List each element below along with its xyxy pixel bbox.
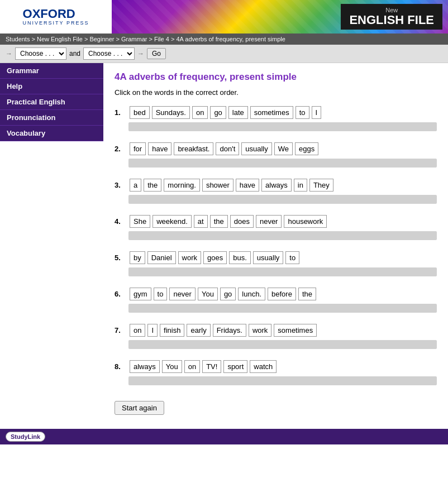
- word-btn-2-6[interactable]: We: [274, 142, 293, 155]
- word-btn-7-2[interactable]: I: [147, 324, 158, 337]
- word-btn-8-5[interactable]: sport: [223, 360, 247, 373]
- exercise-row-5: 5.byDanielworkgoesbus.usuallyto: [115, 250, 437, 265]
- oxford-logo: OXFORD UNIVERSITY PRESS: [23, 7, 89, 26]
- answer-line-4: [128, 231, 437, 240]
- word-btn-8-3[interactable]: on: [184, 360, 200, 373]
- word-btn-1-4[interactable]: go: [210, 106, 226, 119]
- sidebar-item-vocabulary[interactable]: Vocabulary: [0, 126, 103, 141]
- instruction-text: Click on the words in the correct order.: [115, 88, 437, 97]
- word-btn-1-7[interactable]: to: [296, 106, 309, 119]
- footer: StudyLink: [0, 429, 448, 444]
- main-layout: Grammar Help Practical English Pronuncia…: [0, 63, 448, 423]
- word-btn-2-2[interactable]: have: [148, 142, 171, 155]
- word-btn-7-7[interactable]: sometimes: [274, 324, 317, 337]
- answer-line-1: [128, 122, 437, 131]
- exercise-1: 1.bedSundays.ongolatesometimestoI: [115, 105, 437, 131]
- exercise-num-7: 7.: [115, 326, 128, 334]
- exercises-container: 1.bedSundays.ongolatesometimestoI2.forha…: [115, 105, 437, 385]
- word-btn-1-6[interactable]: sometimes: [250, 106, 293, 119]
- word-btn-3-1[interactable]: a: [130, 179, 141, 192]
- exercise-row-8: 8.alwaysYouonTV!sportwatch: [115, 359, 437, 374]
- nav-bar: → Choose . . . and Choose . . . → Go: [0, 45, 448, 63]
- exercise-7: 7.onIfinishearlyFridays.worksometimes: [115, 323, 437, 349]
- exercise-num-5: 5.: [115, 254, 128, 262]
- sidebar-item-practical-english[interactable]: Practical English: [0, 94, 103, 110]
- word-btn-4-6[interactable]: never: [256, 215, 282, 228]
- oxford-text: OXFORD: [23, 7, 89, 21]
- sidebar-item-pronunciation[interactable]: Pronunciation: [0, 110, 103, 126]
- word-btn-2-5[interactable]: usually: [241, 142, 271, 155]
- word-btn-5-3[interactable]: work: [178, 251, 201, 264]
- word-btn-5-5[interactable]: bus.: [229, 251, 251, 264]
- word-btn-6-6[interactable]: lunch.: [238, 288, 265, 300]
- nav-arrow-right: →: [137, 50, 144, 58]
- word-btn-7-6[interactable]: work: [249, 324, 271, 337]
- university-text: UNIVERSITY PRESS: [23, 21, 89, 26]
- word-btn-5-4[interactable]: goes: [203, 251, 227, 264]
- word-btn-8-4[interactable]: TV!: [202, 360, 221, 373]
- word-btn-6-5[interactable]: go: [220, 288, 236, 300]
- exercise-8: 8.alwaysYouonTV!sportwatch: [115, 359, 437, 385]
- word-btn-8-2[interactable]: You: [162, 360, 182, 373]
- word-btn-7-3[interactable]: finish: [160, 324, 184, 337]
- exercise-row-3: 3.athemorning.showerhavealwaysinThey: [115, 178, 437, 193]
- word-btn-3-2[interactable]: the: [144, 179, 161, 192]
- sidebar-item-grammar[interactable]: Grammar: [0, 63, 103, 79]
- exercise-6: 6.gymtoneverYougolunch.beforethe: [115, 286, 437, 313]
- word-btn-6-8[interactable]: the: [298, 288, 316, 300]
- word-btn-6-3[interactable]: never: [169, 288, 196, 300]
- word-btn-4-4[interactable]: the: [210, 215, 228, 228]
- word-btn-6-7[interactable]: before: [268, 288, 296, 300]
- word-btn-3-5[interactable]: have: [236, 179, 259, 192]
- start-again-button[interactable]: Start again: [115, 401, 164, 415]
- word-btn-3-8[interactable]: They: [309, 179, 333, 192]
- word-btn-6-1[interactable]: gym: [130, 288, 151, 300]
- word-btn-4-5[interactable]: does: [230, 215, 254, 228]
- word-btn-5-1[interactable]: by: [130, 251, 145, 264]
- oxford-logo-container: OXFORD UNIVERSITY PRESS: [0, 0, 112, 34]
- word-btn-4-7[interactable]: housework: [284, 215, 327, 228]
- exercise-2: 2.forhavebreakfast.don'tusuallyWeeggs: [115, 141, 437, 168]
- word-btn-2-7[interactable]: eggs: [295, 142, 318, 155]
- word-btn-4-3[interactable]: at: [194, 215, 208, 228]
- word-btn-2-3[interactable]: breakfast.: [174, 142, 213, 155]
- word-btn-4-2[interactable]: weekend.: [152, 215, 192, 228]
- study-link-badge[interactable]: StudyLink: [6, 432, 45, 442]
- word-btn-2-4[interactable]: don't: [216, 142, 239, 155]
- sidebar-item-help[interactable]: Help: [0, 79, 103, 94]
- exercise-5: 5.byDanielworkgoesbus.usuallyto: [115, 250, 437, 276]
- word-btn-4-1[interactable]: She: [130, 215, 150, 228]
- word-btn-3-3[interactable]: morning.: [164, 179, 200, 192]
- word-btn-5-6[interactable]: usually: [253, 251, 283, 264]
- nav-select-2[interactable]: Choose . . .: [83, 47, 135, 60]
- word-btn-2-1[interactable]: for: [130, 142, 146, 155]
- word-btn-3-6[interactable]: always: [261, 179, 292, 192]
- word-btn-8-1[interactable]: always: [130, 360, 160, 373]
- word-btn-8-6[interactable]: watch: [250, 360, 277, 373]
- exercise-num-2: 2.: [115, 145, 128, 153]
- word-btn-7-4[interactable]: early: [187, 324, 210, 337]
- answer-line-6: [128, 304, 437, 313]
- exercise-num-1: 1.: [115, 108, 128, 117]
- nav-and-label: and: [69, 50, 80, 58]
- exercise-num-6: 6.: [115, 290, 128, 298]
- word-btn-6-2[interactable]: to: [154, 288, 168, 300]
- word-btn-1-8[interactable]: I: [312, 106, 322, 119]
- nav-go-button[interactable]: Go: [147, 48, 166, 59]
- word-btn-5-7[interactable]: to: [285, 251, 299, 264]
- nav-select-1[interactable]: Choose . . .: [15, 47, 66, 60]
- word-btn-1-2[interactable]: Sundays.: [152, 106, 190, 119]
- word-btn-1-5[interactable]: late: [228, 106, 248, 119]
- word-btn-7-5[interactable]: Fridays.: [213, 324, 246, 337]
- word-btn-5-2[interactable]: Daniel: [147, 251, 176, 264]
- word-btn-3-4[interactable]: shower: [202, 179, 233, 192]
- word-btn-1-3[interactable]: on: [192, 106, 208, 119]
- word-btn-1-1[interactable]: bed: [130, 106, 150, 119]
- new-english-file-logo: New ENGLISH FILE: [341, 4, 442, 30]
- word-btn-6-4[interactable]: You: [198, 288, 218, 300]
- word-btn-3-7[interactable]: in: [294, 179, 307, 192]
- exercise-row-7: 7.onIfinishearlyFridays.worksometimes: [115, 323, 437, 338]
- exercise-num-4: 4.: [115, 217, 128, 226]
- word-btn-7-1[interactable]: on: [130, 324, 145, 337]
- answer-line-5: [128, 267, 437, 276]
